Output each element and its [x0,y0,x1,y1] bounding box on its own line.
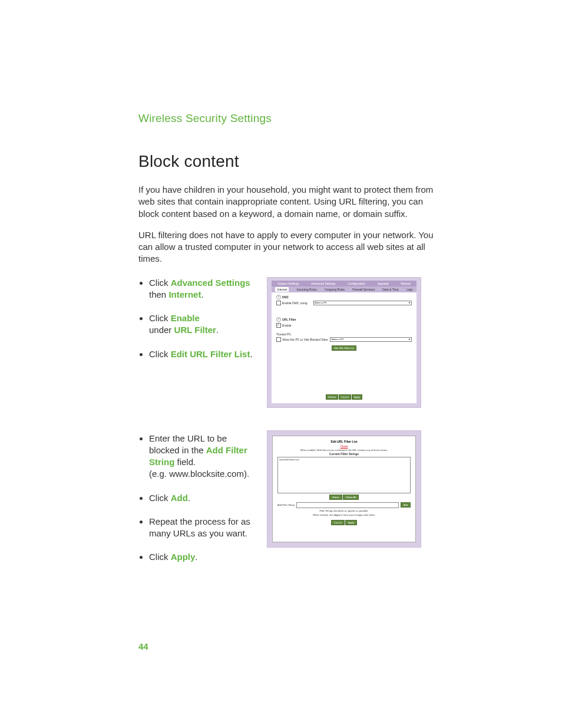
trusted-pc-label: Trusted PC [276,332,291,336]
step-text: . [216,325,219,335]
step-text: Click [149,349,171,359]
steps-left-1: Click Advanced Settings then Internet. C… [138,277,256,408]
url-filter-enable-row: Enable [276,323,412,328]
internet-panel: ? DMZ Enable DMZ, using Select a PC ▼ ? [272,292,416,403]
sub-tabs: Internet Incoming Rules Outgoing Rules F… [272,286,416,292]
edit-url-filter-list-button[interactable]: Edit URL Filter List [332,345,356,351]
edit-url-filter-row: Edit URL Filter List [276,345,412,351]
tab-configuration[interactable]: Configuration [348,282,365,285]
dmz-enable-checkbox[interactable] [276,301,281,305]
top-tabs: System Settings Advanced Settings Config… [272,281,416,286]
subtab-date-time[interactable]: Date & Time [382,288,399,291]
apply-button[interactable]: Apply [345,520,357,525]
delete-all-button[interactable]: Delete All [343,495,359,500]
page-number: 44 [138,641,148,651]
dmz-enable-row: Enable DMZ, using Select a PC ▼ [276,301,412,305]
cancel-button[interactable]: Cancel [331,520,344,525]
tab-upgrade[interactable]: Upgrade [378,282,389,285]
step-bold: Advanced Settings [171,278,250,288]
dialog-action-buttons: Cancel Apply [273,520,415,525]
subtab-incoming-rules[interactable]: Incoming Rules [296,288,316,291]
list-action-buttons: Delete Delete All [273,495,415,500]
filter-strings-listbox[interactable]: www.blocksite.com [277,457,411,493]
trusted-pc-row: Allow this PC to Visit Blocked Sites Sel… [276,337,412,342]
trusted-pc-select[interactable]: Select a PC ▼ [330,337,412,342]
add-button[interactable]: Add [401,502,411,508]
close-link[interactable]: Close [273,444,415,448]
help-icon[interactable]: ? [276,295,281,299]
step-item: Click Apply. [149,551,256,563]
allow-blocked-checkbox[interactable] [276,337,281,342]
delete-button[interactable]: Delete [329,495,342,500]
add-filter-string-label: Add Filter String [277,503,295,506]
trusted-pc-heading-row: Trusted PC [276,332,412,336]
step-text: . [188,493,190,503]
add-filter-string-input[interactable] [296,502,399,508]
subtab-outgoing-rules[interactable]: Outgoing Rules [325,288,345,291]
page-title: Block content [138,152,438,171]
select-value: Select a PC [315,301,327,304]
url-filter-label: URL Filter [282,318,296,321]
filter-string-item[interactable]: www.blocksite.com [279,458,299,461]
step-item: Click Advanced Settings then Internet. [149,277,256,301]
step-item: Click Add. [149,492,256,504]
cancel-button[interactable]: Cancel [339,394,351,400]
step-text: Repeat the process for as many URLs as y… [149,516,250,538]
tab-system-settings[interactable]: System Settings [277,282,299,285]
url-filter-enable-checkbox[interactable] [276,323,281,328]
step-text: Click [149,313,171,323]
step-bold: Add [171,493,188,503]
panel-action-buttons: Default Cancel Apply [272,394,416,400]
section-heading: Wireless Security Settings [138,112,438,125]
url-filter-heading-row: ? URL Filter [276,317,412,322]
router-internet-screenshot: System Settings Advanced Settings Config… [267,277,421,408]
edit-url-filter-screenshot: Edit URL Filter List Close When enabled,… [267,430,421,548]
step-text: . [201,289,203,299]
url-filter-enable-label: Enable [282,324,292,327]
dmz-pc-select[interactable]: Select a PC ▼ [313,301,412,305]
step-text: . [250,349,252,359]
step-item: Click Edit URL Filter List. [149,348,256,360]
chevron-down-icon: ▼ [408,301,411,304]
step-text: Click [149,552,171,562]
tab-reboot[interactable]: Reboot [401,282,411,285]
step-text: field. [174,457,196,467]
intro-paragraph-1: If you have children in your household, … [138,184,438,220]
dmz-heading-row: ? DMZ [276,295,412,299]
current-filter-strings-label: Current Filter Strings [273,452,415,456]
dialog-hint-1: Filter Strings should be as specific as … [273,509,415,512]
step-item: Repeat the process for as many URLs as y… [149,516,256,540]
step-bold: Edit URL Filter List [171,349,250,359]
dmz-enable-label: Enable DMZ, using [282,301,308,305]
step-bold: URL Filter [174,325,216,335]
step-text: Click [149,493,171,503]
instruction-block-2: Enter the URL to be blocked in the Add F… [138,433,438,575]
add-filter-row: Add Filter String Add [277,502,411,508]
dialog-hint-2: When finished, click Apply to have your … [273,513,415,516]
step-item: Click Enable under URL Filter. [149,312,256,337]
tab-advanced-settings[interactable]: Advanced Settings [311,282,336,285]
step-bold: Apply [171,552,196,562]
intro-paragraph-2: URL filtering does not have to apply to … [138,229,438,265]
step-text: then [149,289,168,299]
steps-left-2: Enter the URL to be blocked in the Add F… [138,433,256,575]
select-value: Select a PC [331,338,343,341]
edit-url-filter-dialog: Edit URL Filter List Close When enabled,… [272,436,416,542]
screenshot-1-wrap: System Settings Advanced Settings Config… [267,277,421,408]
instruction-block-1: Click Advanced Settings then Internet. C… [138,277,438,408]
step-bold: Enable [171,313,200,323]
step-text: Click [149,278,171,288]
subtab-internet[interactable]: Internet [275,287,289,292]
step-example: (e.g. www.blocksite.com). [149,469,249,479]
help-icon[interactable]: ? [276,317,281,322]
apply-button[interactable]: Apply [352,394,362,400]
default-button[interactable]: Default [326,394,338,400]
step-bold: Internet [168,289,201,299]
dialog-title: Edit URL Filter List [273,440,415,443]
subtab-firewall-services[interactable]: Firewall Services [352,288,375,291]
step-text: . [195,552,197,562]
screenshot-2-wrap: Edit URL Filter List Close When enabled,… [267,433,421,575]
subtab-logs[interactable]: Logs [406,288,413,291]
allow-blocked-label: Allow this PC to Visit Blocked Sites [282,338,328,341]
chevron-down-icon: ▼ [408,338,411,341]
